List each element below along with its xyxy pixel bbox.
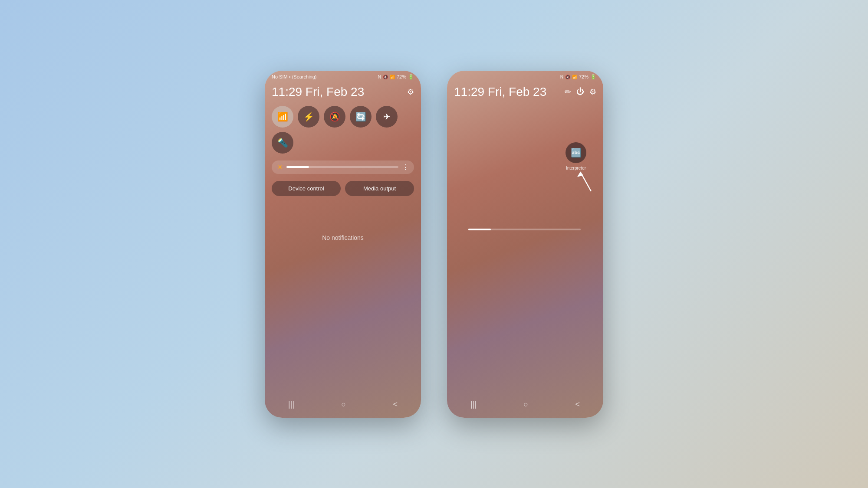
sync-tile[interactable]: 🔄 (350, 106, 372, 128)
wifi-tile[interactable]: 📶 (272, 106, 293, 128)
left-phone: No SIM • (Searching) N 🔇 📶 72% 🔋 11:29 F… (265, 71, 421, 418)
signal-icon: 📶 (390, 75, 395, 79)
mute-icon: 🔕 (329, 111, 340, 122)
time-date-right: 11:29 Fri, Feb 23 (454, 85, 546, 99)
nfc-icon: N (378, 75, 381, 79)
interpreter-label: Interpreter (566, 166, 586, 171)
mute-tile[interactable]: 🔕 (324, 106, 345, 128)
wifi-icon: 📶 (277, 111, 288, 122)
status-icons-left: N 🔇 📶 72% 🔋 (378, 74, 414, 80)
battery-icon: 🔋 (408, 74, 414, 80)
sound-icon-r: 🔇 (565, 75, 570, 79)
brightness-bar-right[interactable] (468, 229, 581, 230)
battery-text-r: 72% (579, 74, 589, 79)
airplane-tile[interactable]: ✈ (376, 106, 398, 128)
carrier-text: No SIM • (Searching) (272, 74, 317, 79)
nav-recent-right[interactable]: ||| (470, 400, 477, 409)
time-row-right: 11:29 Fri, Feb 23 ✏ ⏻ ⚙ (447, 83, 603, 102)
status-icons-right: N 🔇 📶 72% 🔋 (560, 74, 596, 80)
battery-icon-r: 🔋 (590, 74, 596, 80)
battery-text: 72% (397, 74, 406, 79)
nav-bar-right: ||| ○ < (447, 395, 603, 418)
media-output-button[interactable]: Media output (345, 181, 414, 196)
sync-icon: 🔄 (355, 111, 366, 122)
brightness-sun-icon: ☀ (277, 163, 283, 171)
signal-icon-r: 📶 (572, 75, 577, 79)
time-row-left: 11:29 Fri, Feb 23 ⚙ (265, 83, 421, 102)
nfc-icon-r: N (560, 75, 563, 79)
quick-tiles-left: 📶 ⚡ 🔕 🔄 ✈ 🔦 (265, 102, 421, 157)
bluetooth-tile[interactable]: ⚡ (298, 106, 319, 128)
brightness-row-left: ☀ ⋮ (272, 160, 414, 174)
device-control-button[interactable]: Device control (272, 181, 341, 196)
edit-icon-right[interactable]: ✏ (565, 87, 571, 97)
power-icon-right[interactable]: ⏻ (576, 87, 584, 96)
nav-home-left[interactable]: ○ (341, 400, 346, 409)
right-phone: N 🔇 📶 72% 🔋 11:29 Fri, Feb 23 ✏ ⏻ ⚙ 📶 Wi… (447, 71, 603, 418)
nav-back-right[interactable]: < (575, 400, 580, 409)
airplane-icon: ✈ (383, 111, 391, 122)
brightness-more-icon[interactable]: ⋮ (402, 163, 409, 171)
no-notifications: No notifications (265, 200, 421, 276)
interpreter-tile[interactable]: 🔤 Interpreter (561, 142, 591, 176)
interpreter-icon: 🔤 (566, 142, 586, 163)
sound-icon: 🔇 (383, 75, 388, 79)
torch-tile[interactable]: 🔦 (272, 132, 293, 154)
nav-home-right[interactable]: ○ (523, 400, 528, 409)
bluetooth-icon: ⚡ (303, 111, 314, 122)
settings-icon-right[interactable]: ⚙ (589, 87, 596, 97)
torch-icon: 🔦 (277, 138, 288, 148)
brightness-bar-left[interactable] (286, 166, 398, 168)
status-bar-right: N 🔇 📶 72% 🔋 (447, 71, 603, 83)
status-bar-left: No SIM • (Searching) N 🔇 📶 72% 🔋 (265, 71, 421, 83)
time-date-left: 11:29 Fri, Feb 23 (272, 85, 364, 99)
settings-icon-left[interactable]: ⚙ (407, 87, 414, 97)
nav-bar-left: ||| ○ < (265, 395, 421, 418)
nav-recent-left[interactable]: ||| (288, 400, 294, 409)
bottom-buttons-left: Device control Media output (265, 177, 421, 200)
nav-back-left[interactable]: < (393, 400, 398, 409)
